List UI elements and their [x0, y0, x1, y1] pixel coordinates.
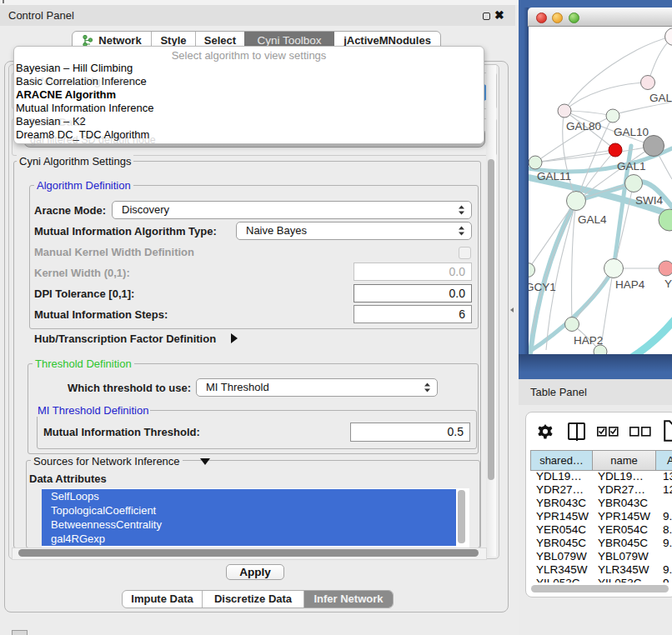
svg-text:GAL4: GAL4: [578, 213, 607, 226]
svg-text:GAL1: GAL1: [617, 160, 646, 172]
svg-text:GCY1: GCY1: [529, 281, 556, 293]
svg-text:Y: Y: [664, 278, 672, 290]
svg-text:SWI4: SWI4: [635, 194, 663, 207]
svg-text:GAL80: GAL80: [566, 120, 601, 132]
svg-text:GAL10: GAL10: [614, 126, 649, 138]
svg-text:GAL: GAL: [649, 92, 672, 104]
svg-text:GAL11: GAL11: [537, 170, 571, 182]
svg-text:HAP4: HAP4: [615, 278, 645, 291]
svg-text:HAP2: HAP2: [574, 334, 603, 347]
